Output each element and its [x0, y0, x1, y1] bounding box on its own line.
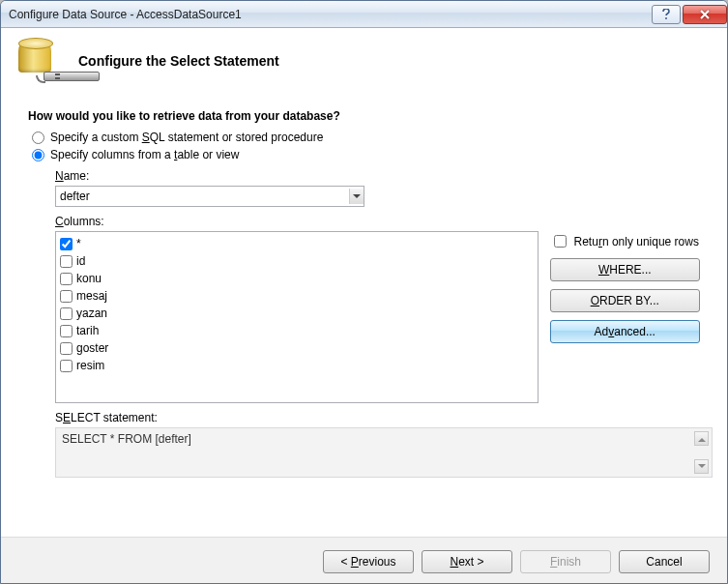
column-checkbox[interactable]: [60, 255, 73, 268]
column-item[interactable]: id: [60, 252, 534, 270]
cancel-button[interactable]: Cancel: [619, 550, 710, 573]
select-statement-box: SELECT * FROM [defter]: [55, 427, 713, 478]
next-button[interactable]: Next >: [422, 550, 512, 573]
name-combobox[interactable]: defter: [55, 186, 364, 207]
column-checkbox[interactable]: [60, 273, 73, 285]
column-checkbox[interactable]: [60, 342, 73, 355]
column-item[interactable]: yazan: [60, 305, 534, 322]
footer: < Previous Next > Finish Cancel: [1, 537, 727, 584]
prompt-text: How would you like to retrieve data from…: [28, 109, 700, 123]
column-item[interactable]: *: [60, 235, 534, 252]
close-icon: [699, 10, 711, 19]
column-label: konu: [76, 272, 102, 285]
radio-table-view[interactable]: Specify columns from a table or view: [32, 148, 700, 161]
help-icon: [661, 9, 671, 20]
window-title: Configure Data Source - AccessDataSource…: [9, 8, 650, 21]
column-item[interactable]: konu: [60, 270, 534, 287]
columns-label: Columns:: [55, 215, 700, 228]
database-icon: [18, 40, 61, 82]
unique-rows-input[interactable]: [554, 235, 567, 248]
column-label: goster: [76, 341, 108, 355]
scroll-up-button[interactable]: [694, 431, 709, 446]
select-statement-text: SELECT * FROM [defter]: [62, 432, 191, 446]
finish-button: Finish: [520, 550, 611, 573]
column-checkbox[interactable]: [60, 325, 73, 337]
previous-button[interactable]: < Previous: [323, 550, 414, 573]
help-button[interactable]: [652, 5, 681, 24]
orderby-button[interactable]: ORDER BY...: [550, 289, 700, 312]
name-value: defter: [60, 190, 90, 203]
column-label: tarih: [76, 324, 99, 337]
dialog-window: Configure Data Source - AccessDataSource…: [0, 0, 728, 584]
unique-rows-label: Return only unique rows: [574, 235, 699, 248]
scroll-down-button[interactable]: [694, 459, 709, 474]
radio-custom-sql-label: Specify a custom SQL statement or stored…: [50, 131, 323, 144]
select-statement-label: SELECT statement:: [55, 411, 700, 424]
dialog-content: Configure the Select Statement How would…: [1, 28, 727, 584]
column-item[interactable]: resim: [60, 357, 534, 374]
svg-point-0: [665, 17, 667, 19]
close-button[interactable]: [683, 5, 727, 24]
column-label: *: [76, 237, 81, 250]
column-checkbox[interactable]: [60, 307, 73, 320]
radio-table-view-label: Specify columns from a table or view: [50, 148, 239, 161]
column-checkbox[interactable]: [60, 360, 73, 372]
header: Configure the Select Statement: [1, 28, 727, 88]
column-item[interactable]: tarih: [60, 322, 534, 339]
chevron-down-icon[interactable]: [349, 189, 364, 204]
titlebar[interactable]: Configure Data Source - AccessDataSource…: [1, 1, 727, 28]
where-button[interactable]: WHERE...: [550, 258, 700, 281]
column-checkbox[interactable]: [60, 238, 73, 250]
column-label: mesaj: [76, 289, 107, 303]
column-label: resim: [76, 359, 104, 372]
advanced-button[interactable]: Advanced...: [550, 320, 700, 343]
radio-custom-sql[interactable]: Specify a custom SQL statement or stored…: [32, 131, 700, 144]
name-label: Name:: [55, 169, 700, 183]
column-label: yazan: [76, 307, 107, 320]
column-item[interactable]: mesaj: [60, 287, 534, 305]
column-label: id: [76, 254, 85, 268]
column-item[interactable]: goster: [60, 339, 534, 357]
page-title: Configure the Select Statement: [78, 53, 279, 69]
columns-listbox[interactable]: *idkonumesajyazantarihgosterresim: [55, 231, 539, 403]
radio-custom-sql-input[interactable]: [32, 131, 44, 144]
radio-table-view-input[interactable]: [32, 149, 44, 161]
unique-rows-checkbox[interactable]: Return only unique rows: [550, 232, 700, 250]
column-checkbox[interactable]: [60, 290, 73, 303]
